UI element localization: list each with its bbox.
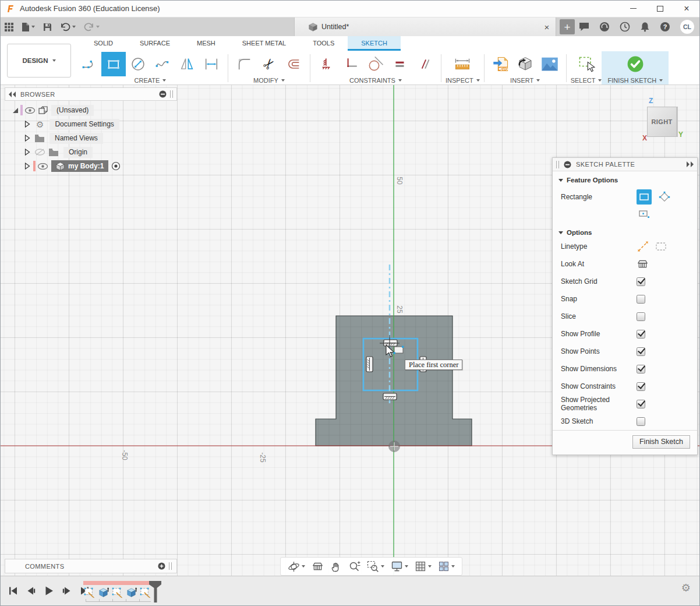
- tree-item-named-views[interactable]: Named Views: [5, 131, 177, 145]
- equal-constraint-button[interactable]: [388, 52, 412, 76]
- redo-button[interactable]: [84, 22, 100, 31]
- tab-sheet-metal[interactable]: SHEET METAL: [229, 36, 299, 51]
- viewports-button[interactable]: [436, 558, 457, 575]
- origin-label[interactable]: Origin: [63, 147, 93, 158]
- select-dropdown[interactable]: SELECT: [571, 76, 602, 84]
- tab-mesh[interactable]: MESH: [183, 36, 229, 51]
- sketch-grid-checkbox[interactable]: [637, 277, 645, 286]
- collapsed-arrow-icon[interactable]: [24, 149, 30, 156]
- browser-header[interactable]: BROWSER: [5, 87, 177, 101]
- minimize-button[interactable]: [620, 0, 646, 17]
- orbit-button[interactable]: [286, 558, 307, 575]
- timeline-sketch-feature[interactable]: [111, 586, 124, 599]
- grid-snaps-button[interactable]: [413, 558, 433, 575]
- save-button[interactable]: [43, 23, 52, 31]
- feature-options-section[interactable]: Feature Options: [553, 171, 697, 185]
- timeline-rollback-bar[interactable]: [83, 581, 152, 585]
- workspace-selector[interactable]: DESIGN: [7, 44, 71, 77]
- expand-panel-icon[interactable]: [687, 161, 694, 167]
- finish-sketch-palette-button[interactable]: Finish Sketch: [632, 435, 690, 449]
- insert-svg-button[interactable]: SVG: [489, 52, 513, 76]
- insert-image-button[interactable]: [538, 52, 562, 76]
- user-avatar[interactable]: CL: [680, 20, 694, 34]
- expanded-arrow-icon[interactable]: [13, 108, 18, 113]
- panel-grip[interactable]: [169, 562, 172, 570]
- view-cube[interactable]: Z RIGHT X Y: [642, 97, 692, 147]
- constraint-glyph-bottom[interactable]: [383, 393, 397, 400]
- panel-grip[interactable]: [556, 161, 559, 168]
- go-to-start-button[interactable]: [6, 584, 20, 598]
- timeline-extrude-feature[interactable]: [125, 586, 138, 599]
- look-at-nav-button[interactable]: [310, 558, 326, 575]
- close-button[interactable]: ×: [673, 0, 700, 17]
- undo-button[interactable]: [60, 22, 76, 31]
- fit-button[interactable]: [365, 558, 386, 575]
- pan-button[interactable]: [328, 558, 344, 575]
- app-grid-menu-button[interactable]: [5, 23, 13, 31]
- insert-mesh-button[interactable]: [513, 52, 538, 76]
- comments-panel[interactable]: COMMENTS: [5, 559, 177, 573]
- collapse-panel-icon[interactable]: [9, 91, 16, 97]
- finish-sketch-button[interactable]: [623, 52, 648, 76]
- orbit-caret[interactable]: [302, 565, 305, 568]
- step-back-button[interactable]: [24, 584, 38, 598]
- play-button[interactable]: [42, 584, 56, 598]
- sketch-palette-header[interactable]: SKETCH PALETTE: [553, 158, 697, 171]
- eye-hidden-icon[interactable]: [35, 149, 45, 156]
- 3d-sketch-checkbox[interactable]: [637, 417, 645, 426]
- help-icon[interactable]: ?: [660, 22, 670, 32]
- eye-icon[interactable]: [38, 163, 48, 170]
- job-status-clock-icon[interactable]: [620, 22, 630, 32]
- viewcube-face-right[interactable]: RIGHT: [647, 107, 678, 137]
- panel-grip[interactable]: [170, 90, 173, 98]
- trim-tool-button[interactable]: ✂: [257, 52, 281, 76]
- tree-item-body[interactable]: my Body:1: [5, 159, 177, 173]
- fixed-constraint-button[interactable]: [314, 52, 339, 76]
- maximize-button[interactable]: [646, 0, 673, 17]
- three-point-rectangle-button[interactable]: [657, 189, 672, 205]
- options-section[interactable]: Options: [553, 224, 697, 238]
- panel-minimize-icon[interactable]: [564, 161, 571, 168]
- origin-point[interactable]: [388, 441, 400, 452]
- look-at-button[interactable]: [637, 259, 649, 270]
- slice-checkbox[interactable]: [637, 312, 645, 321]
- vertical-horizontal-constraint-button[interactable]: [339, 52, 363, 76]
- extensions-icon[interactable]: [599, 22, 610, 32]
- fit-caret[interactable]: [381, 565, 384, 568]
- timeline-settings-gear-icon[interactable]: ⚙: [681, 583, 691, 593]
- circle-tool-button[interactable]: [126, 52, 150, 76]
- panel-minimize-icon[interactable]: [159, 90, 167, 98]
- dimension-tool-button[interactable]: [199, 52, 224, 76]
- comments-icon[interactable]: [579, 22, 589, 31]
- named-views-label[interactable]: Named Views: [50, 133, 103, 144]
- document-name[interactable]: (Unsaved): [51, 105, 94, 116]
- show-profile-checkbox[interactable]: [637, 330, 645, 339]
- show-points-checkbox[interactable]: [637, 347, 645, 356]
- tangent-constraint-button[interactable]: [363, 52, 388, 76]
- parallel-constraint-button[interactable]: [412, 52, 437, 76]
- finish-sketch-dropdown[interactable]: FINISH SKETCH: [607, 76, 663, 84]
- construction-linetype-button[interactable]: [637, 240, 649, 253]
- modify-dropdown[interactable]: MODIFY: [253, 76, 285, 84]
- tab-sketch[interactable]: SKETCH: [348, 36, 401, 51]
- constraints-dropdown[interactable]: CONSTRAINTS: [349, 76, 402, 84]
- timeline-extrude-feature[interactable]: [97, 586, 110, 599]
- two-point-rectangle-button[interactable]: [637, 189, 652, 205]
- add-comment-icon[interactable]: [158, 562, 165, 570]
- show-dimensions-checkbox[interactable]: [637, 365, 645, 374]
- new-tab-button[interactable]: +: [560, 19, 575, 34]
- display-settings-button[interactable]: [389, 558, 410, 575]
- show-constraints-checkbox[interactable]: [637, 382, 645, 391]
- centerline-linetype-button[interactable]: [655, 241, 667, 252]
- display-settings-caret[interactable]: [405, 565, 408, 568]
- activate-radio-icon[interactable]: [111, 161, 121, 171]
- inspect-dropdown[interactable]: INSPECT: [446, 76, 480, 84]
- create-dropdown[interactable]: CREATE: [135, 76, 167, 84]
- eye-icon[interactable]: [25, 107, 35, 114]
- show-projected-geometries-checkbox[interactable]: [637, 400, 645, 408]
- collapsed-arrow-icon[interactable]: [24, 121, 30, 128]
- notifications-bell-icon[interactable]: [640, 22, 650, 32]
- collapsed-arrow-icon[interactable]: [24, 163, 30, 170]
- step-forward-button[interactable]: [60, 584, 74, 598]
- viewports-caret[interactable]: [451, 565, 455, 568]
